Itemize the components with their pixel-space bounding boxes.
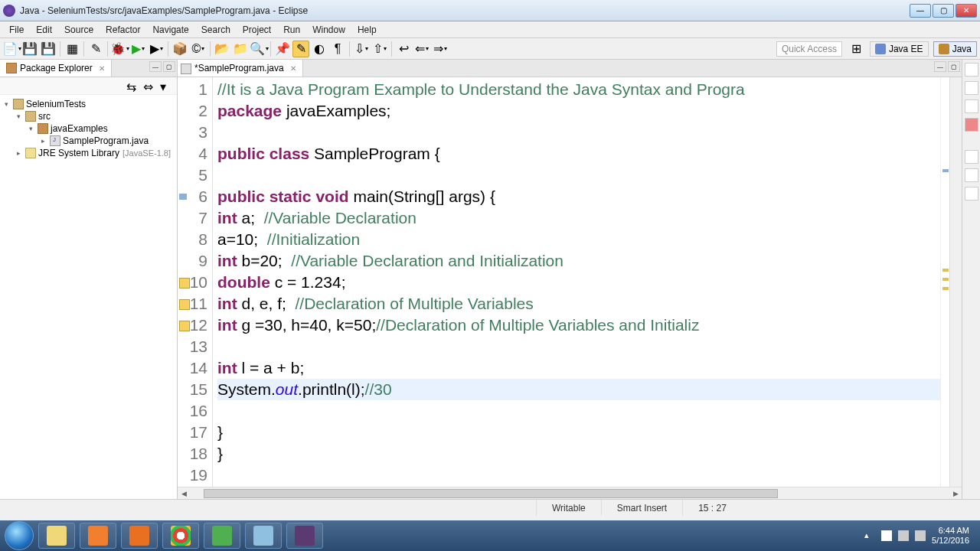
task-list-button[interactable] — [965, 63, 978, 77]
project-tree[interactable]: ▾ SeleniumTests ▾ src ▾ javaExamples ▸ S… — [0, 95, 177, 499]
tree-jre[interactable]: ▸ JRE System Library [JavaSE-1.8] — [2, 147, 175, 159]
system-tray[interactable]: ▴ 6:44 AM 5/12/2016 — [864, 526, 975, 546]
tree-package[interactable]: ▾ javaExamples — [2, 122, 175, 135]
chevron-right-icon[interactable]: ▸ — [14, 149, 23, 157]
debug-button[interactable]: 🐞▾ — [111, 41, 128, 57]
outline-button[interactable] — [965, 81, 978, 95]
menu-refactor[interactable]: Refactor — [100, 23, 146, 37]
line-number-gutter[interactable]: 12345678910111213141516171819 — [178, 77, 213, 487]
forward-button[interactable]: ⇒▾ — [432, 41, 449, 57]
prev-ann-button[interactable]: ⇧▾ — [371, 41, 388, 57]
search-button[interactable]: 🔍▾ — [250, 41, 267, 57]
taskbar-explorer[interactable] — [38, 523, 75, 549]
tree-project[interactable]: ▾ SeleniumTests — [2, 98, 175, 110]
run-button[interactable]: ▶▾ — [129, 41, 146, 57]
chevron-down-icon[interactable]: ▾ — [2, 100, 11, 108]
last-edit-button[interactable]: ↩ — [395, 41, 412, 57]
minimize-editor-button[interactable]: — — [934, 61, 946, 72]
problems-button[interactable] — [965, 150, 978, 164]
taskbar-app1[interactable] — [204, 523, 240, 549]
view-menu-button[interactable]: ▾ — [160, 80, 172, 92]
scroll-right-button[interactable]: ▶ — [949, 490, 962, 497]
close-button[interactable]: ✕ — [956, 4, 977, 18]
start-button[interactable] — [5, 521, 34, 550]
scroll-left-button[interactable]: ◀ — [178, 490, 190, 497]
code-content[interactable]: //It is a Java Program Example to Unders… — [213, 77, 940, 487]
menu-source[interactable]: Source — [58, 23, 100, 37]
package-explorer-view: Package Explorer ✕ — ▢ ⇆ ⇔ ▾ ▾ SeleniumT… — [0, 60, 178, 499]
chevron-down-icon[interactable]: ▾ — [14, 112, 23, 120]
horizontal-scrollbar[interactable]: ◀ ▶ — [178, 487, 962, 499]
close-icon[interactable]: ✕ — [290, 64, 296, 73]
javadoc-button[interactable] — [965, 168, 978, 182]
taskbar-idea[interactable] — [286, 523, 323, 549]
back-button[interactable]: ⇐▾ — [413, 41, 430, 57]
taskbar-app2[interactable] — [245, 523, 282, 549]
save-all-button[interactable]: 💾 — [40, 41, 57, 57]
toggle-button[interactable]: ▦ — [64, 41, 80, 57]
close-icon[interactable]: ✕ — [99, 64, 105, 73]
taskbar-media-player[interactable] — [80, 523, 116, 549]
tray-volume-icon[interactable] — [915, 530, 926, 541]
mark-button[interactable]: ✎ — [292, 41, 309, 57]
minimize-button[interactable]: — — [910, 4, 931, 18]
overview-ruler[interactable] — [940, 77, 949, 487]
open-perspective-button[interactable]: ⊞ — [848, 41, 865, 57]
menu-window[interactable]: Window — [306, 23, 351, 37]
chevron-right-icon[interactable]: ▸ — [38, 137, 47, 145]
chevron-down-icon[interactable]: ▾ — [26, 125, 35, 132]
toggle-brk-button[interactable]: ◐ — [311, 41, 328, 57]
next-ann-button[interactable]: ⇩▾ — [353, 41, 370, 57]
window-titlebar: Java - SeleniumTests/src/javaExamples/Sa… — [0, 0, 980, 21]
menu-bar: File Edit Source Refactor Navigate Searc… — [0, 21, 980, 38]
vertical-scrollbar[interactable] — [949, 77, 962, 487]
help-button[interactable] — [965, 99, 978, 113]
project-icon — [13, 99, 24, 109]
menu-search[interactable]: Search — [195, 23, 237, 37]
cheat-sheet-button[interactable] — [965, 118, 978, 132]
code-editor[interactable]: 12345678910111213141516171819 //It is a … — [178, 77, 962, 487]
project-label: SeleniumTests — [26, 99, 86, 109]
pin-button[interactable]: 📌 — [274, 41, 291, 57]
new-class-button[interactable]: ©▾ — [190, 41, 207, 57]
save-button[interactable]: 💾 — [21, 41, 38, 57]
open-task-button[interactable]: 📁 — [232, 41, 249, 57]
declaration-button[interactable] — [965, 187, 978, 201]
status-cursor-position: 15 : 27 — [682, 500, 742, 516]
open-type-button[interactable]: 📂 — [214, 41, 230, 57]
tree-java-file[interactable]: ▸ SampleProgram.java — [2, 135, 175, 147]
tray-show-hidden-icon[interactable]: ▴ — [864, 530, 875, 541]
taskbar-chrome[interactable] — [162, 523, 199, 549]
maximize-view-button[interactable]: ▢ — [163, 61, 175, 72]
scroll-thumb[interactable] — [204, 489, 778, 498]
system-clock[interactable]: 6:44 AM 5/12/2016 — [932, 526, 969, 546]
menu-edit[interactable]: Edit — [30, 23, 58, 37]
maximize-button[interactable]: ▢ — [933, 4, 954, 18]
new-button[interactable]: 📄▾ — [3, 41, 20, 57]
menu-run[interactable]: Run — [277, 23, 306, 37]
src-folder-icon — [25, 111, 36, 122]
menu-help[interactable]: Help — [351, 23, 383, 37]
menu-navigate[interactable]: Navigate — [146, 23, 194, 37]
package-explorer-title: Package Explorer — [20, 63, 93, 73]
minimize-view-button[interactable]: — — [149, 61, 162, 72]
perspective-javaee[interactable]: Java EE — [870, 41, 929, 57]
tray-flag-icon[interactable] — [881, 530, 892, 541]
maximize-editor-button[interactable]: ▢ — [948, 61, 960, 72]
new-pkg-button[interactable]: 📦 — [172, 41, 188, 57]
link-editor-button[interactable]: ⇔ — [143, 80, 155, 92]
tray-network-icon[interactable] — [898, 530, 909, 541]
collapse-all-button[interactable]: ⇆ — [126, 80, 139, 92]
run-last-button[interactable]: ▶▾ — [148, 41, 165, 57]
taskbar-firefox[interactable] — [121, 523, 158, 549]
menu-project[interactable]: Project — [237, 23, 277, 37]
menu-file[interactable]: File — [3, 23, 30, 37]
package-explorer-tab[interactable]: Package Explorer ✕ — [0, 60, 112, 77]
jre-label: JRE System Library — [38, 148, 119, 158]
show-ws-button[interactable]: ¶ — [329, 41, 346, 57]
quick-access-input[interactable]: Quick Access — [776, 41, 842, 57]
tree-src[interactable]: ▾ src — [2, 110, 175, 122]
wand-button[interactable]: ✎ — [87, 41, 104, 57]
editor-tab-sampleprogram[interactable]: *SampleProgram.java ✕ — [178, 60, 303, 77]
perspective-java[interactable]: Java — [933, 41, 977, 57]
